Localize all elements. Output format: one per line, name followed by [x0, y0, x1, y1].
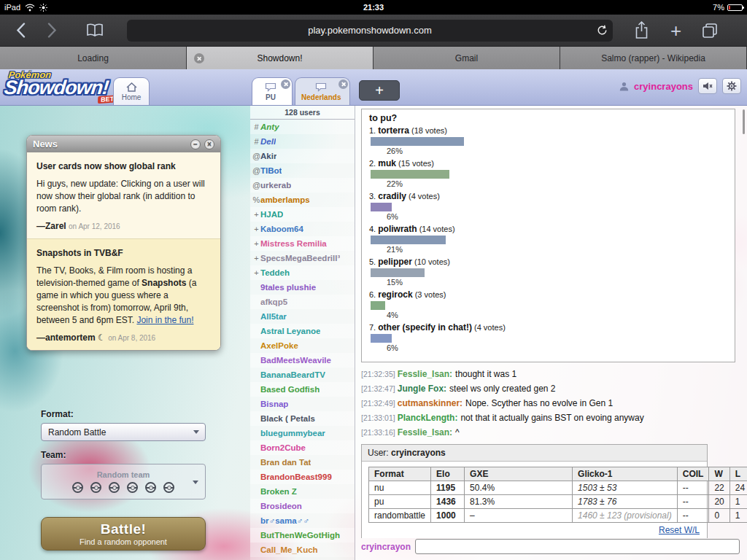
user-rank: + — [252, 225, 260, 233]
userlist-row[interactable]: @ Akir — [250, 149, 355, 163]
room-tab[interactable]: PU — [252, 77, 293, 105]
userlist-row[interactable]: Brosideon — [250, 499, 355, 513]
chat-bubble-icon — [315, 82, 327, 92]
userlist-row[interactable]: All5tar — [250, 309, 355, 324]
poll-option[interactable]: 5. pelipper (10 votes) 15% — [369, 257, 727, 287]
message-username[interactable]: Jungle Fox: — [398, 384, 446, 394]
userlist-row[interactable]: Astral Leyanoe — [250, 324, 355, 338]
tab-loading[interactable]: Loading — [0, 47, 187, 69]
room-tab-list: PU Nederlands — [252, 77, 350, 105]
userlist-row[interactable]: BadMeetsWeavile — [250, 353, 355, 368]
message-username[interactable]: Fesslie_Isan: — [398, 427, 452, 438]
gear-icon — [727, 81, 737, 91]
poll-option-number: 4. — [369, 225, 376, 233]
rating-format: nu — [369, 481, 431, 494]
tab-label: Loading — [77, 53, 109, 63]
tab-gmail[interactable]: Gmail — [374, 47, 560, 69]
userlist-row[interactable]: + SpecsMegaBeedrill³ — [250, 251, 355, 265]
userlist-row[interactable]: 9tales plushie — [250, 280, 355, 295]
poll-option-votes: (4 votes) — [409, 192, 440, 201]
userlist-row[interactable]: Bisnap — [250, 397, 355, 411]
userlist-row[interactable]: + HJAD — [250, 207, 355, 222]
format-value: Random Battle — [48, 427, 106, 438]
message-username[interactable]: PlanckLength: — [398, 413, 458, 423]
userlist-row[interactable]: afkqp5 — [250, 295, 355, 309]
userlist-row[interactable]: Black ( Petals — [250, 411, 355, 426]
userlist-row[interactable]: @ urkerab — [250, 178, 355, 192]
x-icon — [283, 82, 288, 87]
new-tab-button[interactable]: + — [670, 23, 681, 38]
message-username[interactable]: cutmanskinner: — [398, 398, 462, 408]
userlist-row[interactable]: bluegummybear — [250, 426, 355, 440]
tab-showdown[interactable]: Showdown! — [187, 47, 374, 69]
userlist-row[interactable]: Bran dan Tat — [250, 455, 355, 470]
back-button[interactable] — [16, 23, 26, 38]
userlist-row[interactable]: Broken Z — [250, 484, 355, 499]
userlist-row[interactable]: % amberlamps — [250, 192, 355, 207]
tab-overview-icon[interactable] — [702, 23, 718, 39]
userlist-row[interactable]: ButThenWeGotHigh — [250, 528, 355, 542]
userlist-row[interactable]: Based Godfish — [250, 382, 355, 397]
userlist-row[interactable]: BananaBeardTV — [250, 368, 355, 382]
scrollbar-thumb[interactable] — [743, 109, 745, 134]
userlist-row[interactable]: AxelPoke — [250, 338, 355, 353]
message-text: not that it actually gains BST on evoing… — [460, 413, 643, 423]
userlist-row[interactable]: Born2Cube — [250, 440, 355, 455]
userlist-row[interactable]: # Dell — [250, 134, 355, 149]
sound-button[interactable] — [698, 78, 717, 94]
userlist-row[interactable]: # Anty — [250, 120, 355, 134]
username[interactable]: cryincrayons — [634, 81, 693, 92]
address-bar[interactable]: play.pokemonshowdown.com — [127, 20, 613, 42]
poll-option[interactable]: 1. torterra (18 votes) 26% — [369, 125, 727, 155]
battle-button[interactable]: Battle! Find a random opponent — [41, 517, 206, 551]
options-button[interactable] — [722, 78, 741, 94]
userlist-row[interactable]: + Kaboom64 — [250, 222, 355, 236]
battle-button-label: Battle! — [101, 521, 147, 537]
userlist-row[interactable]: br♂sama♂♂ — [250, 513, 355, 528]
poll-option[interactable]: 2. muk (15 votes) 22% — [369, 158, 727, 188]
rating-elo: 1195 — [431, 481, 465, 494]
showdown-header: Pokémon Showdown! BETA Home PU Nederland… — [0, 69, 747, 106]
close-icon[interactable]: × — [204, 139, 214, 149]
tab-home[interactable]: Home — [113, 77, 150, 105]
userlist-row[interactable]: @ TIBot — [250, 163, 355, 178]
userlist-row[interactable]: + Mistress Remilia — [250, 236, 355, 251]
user-name: SpecsMegaBeedrill³ — [260, 254, 340, 262]
room-tab[interactable]: Nederlands — [295, 77, 350, 105]
reset-wl-link[interactable]: Reset W/L — [659, 525, 700, 535]
poll-option[interactable]: 7. other (specify in chat!) (4 votes) 6% — [369, 322, 727, 352]
poll-option-name: muk — [378, 158, 396, 168]
news-link[interactable]: Join in the fun! — [136, 315, 193, 325]
userlist-row[interactable]: Call_Me_Kuch — [250, 542, 355, 557]
close-room-icon[interactable] — [281, 79, 290, 89]
close-tab-icon[interactable] — [194, 53, 204, 63]
forward-button[interactable] — [47, 23, 57, 38]
userlist-row[interactable]: BrandonBeast999 — [250, 470, 355, 484]
share-icon[interactable] — [635, 21, 649, 39]
battle-button-subtext: Find a random opponent — [80, 537, 167, 546]
close-room-icon[interactable] — [338, 79, 348, 89]
bookmarks-icon[interactable] — [86, 23, 104, 37]
minimize-icon[interactable]: − — [190, 139, 201, 149]
chat-input[interactable] — [415, 539, 740, 554]
poll-option[interactable]: 4. poliwrath (14 votes) 21% — [369, 224, 727, 254]
team-select[interactable]: Random team — [41, 464, 206, 499]
showdown-logo[interactable]: Pokémon Showdown! BETA — [2, 69, 124, 104]
poll-question: to pu? — [369, 113, 727, 123]
ratings-header-cell: COIL — [677, 467, 709, 481]
add-room-button[interactable]: + — [359, 80, 400, 101]
format-select[interactable]: Random Battle — [41, 423, 206, 441]
message-username[interactable]: Fesslie_Isan: — [398, 369, 452, 379]
poll-option[interactable]: 3. cradily (4 votes) 6% — [369, 191, 727, 221]
userlist-row[interactable]: + Teddeh — [250, 265, 355, 280]
rating-losses: 1 — [729, 494, 747, 508]
tab-wikipedia[interactable]: Salmo (rapper) - Wikipedia — [560, 47, 747, 69]
news-date: on Apr 8, 2016 — [108, 334, 155, 342]
poll-option[interactable]: 6. regirock (3 votes) 4% — [369, 289, 727, 319]
user-name: Bran dan Tat — [260, 458, 311, 467]
user-name: HJAD — [260, 210, 283, 219]
poll-option-percent: 21% — [387, 245, 727, 254]
chevron-down-icon — [193, 481, 198, 484]
reload-icon[interactable] — [597, 25, 608, 38]
userlist-count[interactable]: 128 users — [250, 106, 355, 120]
